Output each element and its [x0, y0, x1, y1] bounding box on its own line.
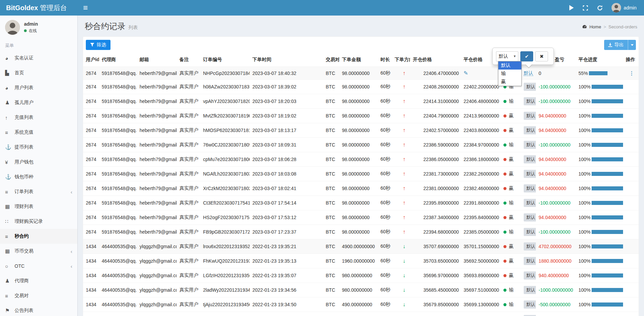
- sidebar-item-提币列表[interactable]: ⚓提币列表: [0, 140, 77, 155]
- export-button[interactable]: 导出: [604, 40, 628, 50]
- cell-close-progress: 100%: [576, 152, 623, 167]
- cell-result: 赢: [501, 123, 521, 138]
- sidebar-item-系统充值[interactable]: ≡系统充值: [0, 125, 77, 140]
- chevron-left-icon: ‹: [71, 189, 72, 195]
- cancel-button[interactable]: ✖: [535, 51, 548, 61]
- control-default-badge[interactable]: 默认: [524, 199, 536, 207]
- cell-actions: [623, 152, 639, 167]
- result-label: 赢: [509, 171, 514, 176]
- control-default-badge[interactable]: 默认: [524, 126, 536, 134]
- sidebar-item-label: 理财购买记录: [15, 218, 43, 225]
- sidebar-item-首页[interactable]: ▙首页: [0, 65, 77, 80]
- result-label: 赢: [509, 185, 514, 191]
- cell-pair: BTC: [323, 196, 339, 210]
- cell-profit: 1880.80000000: [536, 254, 576, 268]
- edit-close-price-icon[interactable]: ✎: [464, 70, 468, 76]
- select-option-输[interactable]: 输: [498, 70, 521, 78]
- sidebar-item-币币交易[interactable]: ▦币币交易‹: [0, 244, 77, 259]
- cell-control: 默认: [521, 67, 536, 80]
- select-option-赢[interactable]: 赢: [498, 78, 521, 86]
- direction-up-arrow-icon: ↑: [395, 214, 405, 220]
- cell-result: 赢: [501, 181, 521, 196]
- refresh-icon[interactable]: [597, 5, 603, 11]
- control-default-badge[interactable]: 默认: [524, 97, 536, 105]
- cell-close-price: 22403.80000000: [461, 123, 501, 138]
- cell-profit: -500.00000000: [536, 297, 576, 312]
- sidebar-item-订单列表[interactable]: ≡订单列表‹: [0, 184, 77, 199]
- cell-open-price: 22395.89000000: [410, 196, 461, 210]
- brand-rest: 管理后台: [38, 4, 67, 11]
- select-option-默认[interactable]: 默认: [498, 61, 521, 70]
- control-default-badge[interactable]: 默认: [524, 300, 536, 309]
- row-actions-icon[interactable]: ⋮: [629, 70, 635, 76]
- cell-actions: [623, 210, 639, 225]
- win-lose-select[interactable]: 默认 ▾: [496, 51, 518, 61]
- control-default-badge[interactable]: 默认: [524, 184, 536, 192]
- sidebar-item-实名认证[interactable]: ◕实名认证: [0, 51, 77, 65]
- cell-pair: BTC: [323, 94, 339, 109]
- app-logo[interactable]: BitGoldex 管理后台: [0, 0, 78, 16]
- control-default-badge[interactable]: 默认: [524, 141, 536, 149]
- sidebar-item-交易对[interactable]: ≡交易对: [0, 288, 77, 303]
- sidebar-item-秒合约[interactable]: ≡秒合约: [0, 229, 77, 244]
- confirm-button[interactable]: ✔: [520, 51, 533, 61]
- control-default-badge[interactable]: 默认: [524, 286, 536, 294]
- control-default-badge[interactable]: 默认: [524, 271, 536, 280]
- play-icon[interactable]: [569, 5, 574, 10]
- cell-actions: [623, 181, 639, 196]
- cell-user-id: 1434: [83, 254, 99, 268]
- control-default-badge[interactable]: 默认: [524, 242, 536, 251]
- export-dropdown-button[interactable]: [628, 40, 636, 50]
- cell-order-time: 2023-03-07 18:13:17: [250, 123, 323, 138]
- sidebar-item-用户钱包[interactable]: ¥用户钱包: [0, 155, 77, 169]
- cell-control: 默认: [521, 283, 536, 297]
- cell-duration: 60秒: [378, 67, 392, 80]
- control-default-badge[interactable]: 默认: [524, 112, 536, 120]
- cell-close-progress: 100%: [576, 297, 623, 312]
- cell-order-number: NHPcGp20230307184032: [200, 67, 250, 80]
- cell-duration: 60秒: [378, 181, 392, 196]
- sidebar-item-理财列表[interactable]: ▦理财列表: [0, 199, 77, 214]
- breadcrumb-home-link[interactable]: Home: [589, 24, 601, 29]
- sidebar-item-公告列表[interactable]: ⚑公告列表: [0, 303, 77, 316]
- cell-order-number: FB9pGB20230307172337: [200, 225, 250, 239]
- user-menu[interactable]: admin: [612, 3, 637, 12]
- cell-agent: 464400535@qq.com: [99, 268, 137, 283]
- sidebar-item-理财购买记录[interactable]: ∷理财购买记录: [0, 214, 77, 229]
- sidebar-item-孤儿用户[interactable]: ♟孤儿用户: [0, 95, 77, 110]
- sidebar-item-钱包币种[interactable]: ⚓钱包币种: [0, 169, 77, 184]
- cell-profit: 94.04000000: [536, 167, 576, 181]
- cell-control: 默认: [521, 181, 536, 196]
- cell-pair: BTC: [323, 268, 339, 283]
- cell-order-time: 2023-03-07 18:06:28: [250, 152, 323, 167]
- cell-user-id: 2674: [83, 225, 99, 239]
- result-dot-icon: [503, 303, 506, 306]
- progress-percent-label: 55%: [578, 71, 588, 76]
- users-icon: ♟: [5, 278, 15, 284]
- control-default-badge[interactable]: 默认: [524, 83, 536, 91]
- sidebar-item-label: 用户列表: [15, 85, 33, 91]
- filter-button[interactable]: 筛选: [86, 40, 110, 50]
- fullscreen-icon[interactable]: [583, 5, 588, 11]
- cell-order-time: 2023-03-07 18:02:41: [250, 181, 323, 196]
- control-default-badge[interactable]: 默认: [524, 213, 536, 221]
- sidebar-item-OTC[interactable]: ○OTC‹: [0, 259, 77, 273]
- sidebar-toggle-icon[interactable]: ≡: [78, 0, 93, 16]
- sidebar-item-充值列表[interactable]: ↑充值列表: [0, 110, 77, 125]
- cell-note: 真实用户: [177, 297, 200, 312]
- control-editable-link[interactable]: 默认: [524, 70, 533, 76]
- sidebar-item-用户列表[interactable]: ◕用户列表: [0, 80, 77, 95]
- cell-email: heberth79@gmail.com: [137, 225, 177, 239]
- control-default-badge[interactable]: 默认: [524, 155, 536, 163]
- cell-amount: 98.00000000: [339, 167, 378, 181]
- control-default-badge[interactable]: 默认: [524, 228, 536, 236]
- control-default-badge[interactable]: 默认: [524, 170, 536, 178]
- cell-user-id: 1434: [83, 283, 99, 297]
- result-label: 赢: [509, 214, 514, 220]
- cell-actions: [623, 94, 639, 109]
- control-default-badge[interactable]: 默认: [524, 257, 536, 265]
- orders-box: 筛选 导出 用户id代理商邮箱备注订单编号下单时间交易对下单金: [83, 36, 639, 316]
- column-header-用户id: 用户id: [83, 53, 99, 67]
- cell-email: heberth79@gmail.com: [137, 138, 177, 152]
- sidebar-item-代理商[interactable]: ♟代理商: [0, 273, 77, 288]
